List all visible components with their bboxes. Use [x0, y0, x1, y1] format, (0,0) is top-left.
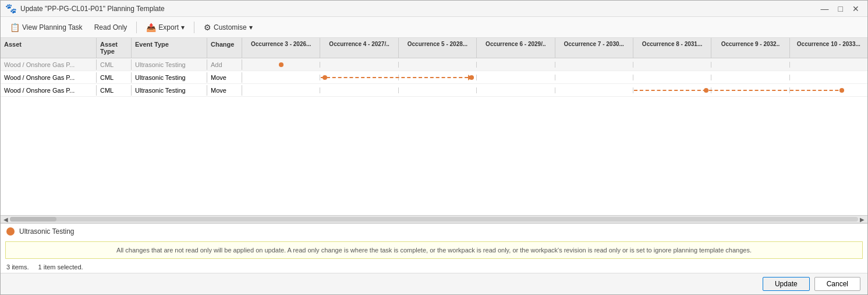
- legend-area: Ultrasonic Testing: [1, 223, 867, 239]
- occ-col-4: [320, 87, 398, 93]
- occ-col-6: [477, 62, 555, 68]
- header-asset: Asset: [1, 38, 97, 58]
- header-occ10: Occurrence 10 - 2033...: [790, 38, 867, 58]
- occ-col-3: [242, 62, 320, 68]
- timeline-arrow-line-2: [790, 90, 844, 91]
- scroll-left-button[interactable]: ◀: [2, 216, 10, 223]
- toolbar-sep-1: [136, 22, 137, 33]
- occ-col-8: [633, 75, 711, 80]
- cell-event-type: Ultrasonic Testing: [132, 85, 207, 96]
- export-dropdown-icon: ▾: [181, 23, 185, 31]
- timeline-dot-end: [839, 88, 844, 93]
- table-row[interactable]: Wood / Onshore Gas P... CML Ultrasonic T…: [1, 71, 867, 84]
- timeline-arrow-line: [321, 77, 474, 78]
- header-occ9: Occurrence 9 - 2032..: [711, 38, 789, 58]
- arrowhead: [468, 75, 472, 80]
- table-row[interactable]: Wood / Onshore Gas P... CML Ultrasonic T…: [1, 84, 867, 97]
- occ-col-10: [790, 87, 867, 93]
- legend-label: Ultrasonic Testing: [19, 227, 75, 236]
- occ-col-7: [555, 75, 633, 80]
- header-asset-type: Asset Type: [97, 38, 132, 58]
- occ-col-6: [477, 87, 555, 93]
- header-occ4: Occurrence 4 - 2027/..: [320, 38, 398, 58]
- occ-col-10: [790, 75, 867, 80]
- footer-bar: Update Cancel: [1, 273, 867, 294]
- main-window: 🐾 Update "PP-PG-CL01-P01" Planning Templ…: [0, 0, 868, 295]
- occ-col-8: [633, 62, 711, 68]
- selected-count: 1 item selected.: [38, 264, 83, 271]
- horizontal-scrollbar[interactable]: ◀ ▶: [1, 215, 867, 223]
- cancel-button[interactable]: Cancel: [814, 277, 860, 291]
- cell-change: Move: [207, 85, 242, 96]
- cell-asset-type: CML: [97, 72, 132, 83]
- occ-col-9: [711, 87, 789, 93]
- header-event-type: Event Type: [132, 38, 207, 58]
- occ-col-5: [399, 75, 477, 80]
- occ-col-7: [555, 62, 633, 68]
- cell-asset: Wood / Onshore Gas P...: [1, 59, 97, 70]
- scrollbar-thumb[interactable]: [10, 217, 56, 222]
- cell-change: Add: [207, 59, 242, 70]
- customise-label: Customise: [214, 23, 247, 31]
- cell-change: Move: [207, 72, 242, 83]
- timeline-arrow-line: [634, 90, 787, 91]
- close-button[interactable]: ✕: [849, 3, 863, 14]
- window-title: Update "PP-PG-CL01-P01" Planning Templat…: [20, 5, 165, 13]
- occ-col-3: [242, 87, 320, 93]
- occ-col-9: [711, 62, 789, 68]
- export-button[interactable]: 📤 Export ▾: [141, 20, 189, 34]
- export-icon: 📤: [146, 23, 156, 32]
- view-icon: 📋: [10, 23, 20, 32]
- table-container: Asset Asset Type Event Type Change Occur…: [1, 38, 867, 223]
- read-only-button[interactable]: Read Only: [90, 21, 132, 34]
- export-label: Export: [158, 23, 179, 31]
- cell-event-type: Ultrasonic Testing: [132, 72, 207, 83]
- header-change: Change: [207, 38, 242, 58]
- timeline-dot: [279, 62, 284, 67]
- maximize-button[interactable]: □: [835, 3, 846, 14]
- read-only-label: Read Only: [94, 23, 127, 31]
- table-row[interactable]: Wood / Onshore Gas P... CML Ultrasonic T…: [1, 58, 867, 71]
- header-occ5: Occurrence 5 - 2028...: [399, 38, 477, 58]
- title-bar-left: 🐾 Update "PP-PG-CL01-P01" Planning Templ…: [5, 3, 165, 14]
- occ-col-9: [711, 75, 789, 80]
- occ-col-3: [242, 75, 320, 80]
- cell-asset-type: CML: [97, 85, 132, 96]
- occ-col-6: [477, 75, 555, 80]
- customise-icon: ⚙: [204, 23, 211, 32]
- title-bar: 🐾 Update "PP-PG-CL01-P01" Planning Templ…: [1, 1, 867, 17]
- scrollbar-track: [10, 217, 858, 222]
- toolbar: 📋 View Planning Task Read Only 📤 Export …: [1, 17, 867, 38]
- occ-col-4: [320, 62, 398, 68]
- title-bar-controls: — □ ✕: [817, 3, 863, 14]
- customise-dropdown-icon: ▾: [249, 23, 253, 31]
- header-occ8: Occurrence 8 - 2031...: [633, 38, 711, 58]
- toolbar-sep-2: [194, 22, 194, 33]
- info-text: All changes that are not read only will …: [116, 247, 752, 254]
- header-occ6: Occurrence 6 - 2029/..: [477, 38, 555, 58]
- cell-event-type: Ultrasonic Testing: [132, 59, 207, 70]
- status-bar: 3 items. 1 item selected.: [1, 261, 867, 273]
- items-count: 3 items.: [6, 264, 29, 271]
- view-planning-task-button[interactable]: 📋 View Planning Task: [5, 20, 87, 34]
- main-content: Asset Asset Type Event Type Change Occur…: [1, 38, 867, 273]
- occ-col-10: [790, 62, 867, 68]
- cell-asset: Wood / Onshore Gas P...: [1, 72, 97, 83]
- cell-asset-type: CML: [97, 59, 132, 70]
- occ-col-7: [555, 87, 633, 93]
- table-header: Asset Asset Type Event Type Change Occur…: [1, 38, 867, 58]
- info-banner: All changes that are not read only will …: [5, 241, 863, 259]
- update-button[interactable]: Update: [763, 277, 810, 291]
- legend-dot: [6, 227, 15, 236]
- occ-col-5: [399, 87, 477, 93]
- header-occ3: Occurrence 3 - 2026...: [242, 38, 320, 58]
- view-planning-task-label: View Planning Task: [22, 23, 83, 31]
- header-occ7: Occurrence 7 - 2030...: [555, 38, 633, 58]
- occ-col-5: [399, 62, 477, 68]
- cell-asset: Wood / Onshore Gas P...: [1, 85, 97, 96]
- customise-button[interactable]: ⚙ Customise ▾: [199, 20, 257, 34]
- scroll-right-button[interactable]: ▶: [858, 216, 866, 223]
- app-logo: 🐾: [5, 3, 17, 14]
- minimize-button[interactable]: —: [817, 3, 832, 14]
- table-body: Wood / Onshore Gas P... CML Ultrasonic T…: [1, 58, 867, 215]
